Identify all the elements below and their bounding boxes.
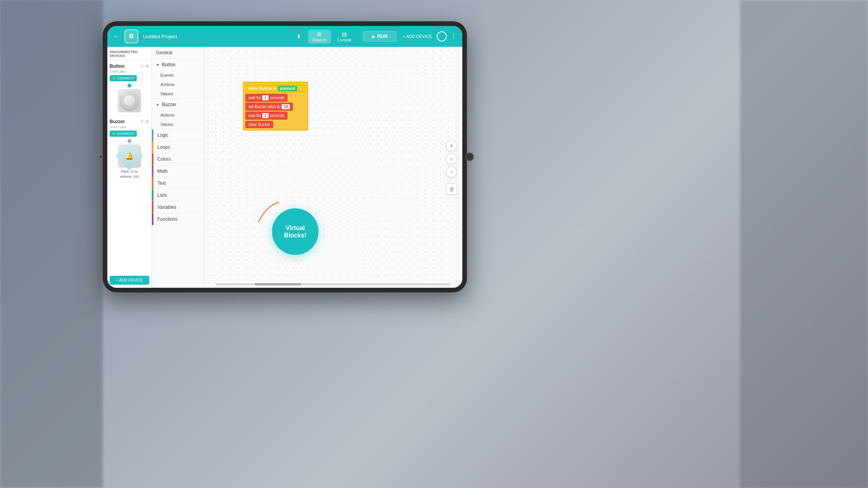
device-gear-buzzer[interactable]: ⚙ xyxy=(145,119,149,124)
tab-console[interactable]: ▤ Console xyxy=(332,29,356,44)
block-functions[interactable]: Functions xyxy=(152,213,204,225)
buzzer-stats: Pitch: 0 Hz Volume: 100 xyxy=(120,169,139,179)
connect-button-device[interactable]: CONNECT xyxy=(110,75,137,81)
block-buzzer-values[interactable]: Values xyxy=(152,120,204,129)
zoom-in-button[interactable]: + xyxy=(446,140,457,151)
buzzer-diamond-wrapper: 🔔 xyxy=(119,146,140,166)
console-icon: ▤ xyxy=(342,31,347,37)
buzzer-device-image: 🔔 xyxy=(118,144,141,168)
svg-marker-0 xyxy=(276,200,280,204)
button-shape xyxy=(121,92,138,109)
block-button-actions[interactable]: Actions xyxy=(152,80,204,89)
zoom-out-button[interactable]: − xyxy=(446,167,457,177)
set-num[interactable]: 59 xyxy=(282,104,290,109)
back-button[interactable]: ← xyxy=(113,33,120,41)
block-section-button: ▼ Button Events Actions Values xyxy=(152,59,204,99)
zoom-reset-button[interactable]: ○ xyxy=(446,153,457,164)
tablet-home-button xyxy=(465,153,474,161)
pressed-badge: pressed xyxy=(278,86,297,91)
device-status-dot xyxy=(127,84,131,88)
device-icons-button: ✓ ⚙ xyxy=(140,64,149,69)
run-button[interactable]: RUN xyxy=(363,31,396,41)
device-card-button: Button ✓ ⚙ SAM Labs CONNECT xyxy=(107,60,152,116)
block-lists[interactable]: Lists xyxy=(152,189,204,201)
button-device-image xyxy=(118,89,141,112)
devices-panel-header: DISCONNECTED DEVICES xyxy=(107,47,152,60)
canvas-area: when Button is pressed ▼ wait for 2 seco… xyxy=(204,47,462,288)
bg-left xyxy=(0,0,103,488)
block-loops[interactable]: Loops xyxy=(152,141,204,153)
tab-devices[interactable]: ⊞ Devices xyxy=(308,29,331,44)
device-name-button: Button xyxy=(110,64,125,69)
save-icon[interactable]: ⬇ xyxy=(296,33,301,40)
add-device-nav-button[interactable]: + ADD DEVICE xyxy=(403,34,432,39)
device-check-buzzer: ✓ xyxy=(140,119,144,124)
button-device-visual xyxy=(110,84,149,112)
block-section-buzzer: ▼ Buzzer Actions Values xyxy=(152,99,204,129)
block-math[interactable]: Math xyxy=(152,165,204,177)
block-button-values[interactable]: Values xyxy=(152,89,204,98)
when-block-handle: ▼ xyxy=(299,86,303,91)
main-content: DISCONNECTED DEVICES Button ✓ ⚙ SAM Labs… xyxy=(107,47,462,288)
clear-block-row: clear Buzzer xyxy=(245,120,306,128)
navbar: ← B Untitled Project ⬇ ⊞ Devices ▤ Conso… xyxy=(107,26,462,47)
block-variables[interactable]: Variables xyxy=(152,201,204,213)
wait2-block-row: wait for 2 seconds xyxy=(245,112,306,120)
add-device-panel-button[interactable]: + ADD DEVICE xyxy=(110,276,149,285)
buzzer-device-visual: 🔔 Pitch: 0 Hz Volume: 100 xyxy=(110,139,149,179)
buzzer-diamond: 🔔 xyxy=(115,142,144,170)
devices-icon: ⊞ xyxy=(317,31,322,37)
code-blocks-container[interactable]: when Button is pressed ▼ wait for 2 seco… xyxy=(243,82,308,131)
set-block-row: set Buzzer pitch to 59 xyxy=(245,103,306,111)
tablet-screen: ← B Untitled Project ⬇ ⊞ Devices ▤ Conso… xyxy=(107,26,462,288)
more-options-button[interactable]: ⋮ xyxy=(451,33,457,40)
device-icons-buzzer: ✓ ⚙ xyxy=(140,119,149,124)
tablet-frame: ← B Untitled Project ⬇ ⊞ Devices ▤ Conso… xyxy=(103,21,467,292)
set-block[interactable]: set Buzzer pitch to 59 xyxy=(245,103,293,111)
clear-block[interactable]: clear Buzzer xyxy=(245,121,273,128)
buzzer-section-arrow: ▼ xyxy=(156,103,160,107)
nav-tabs: ⊞ Devices ▤ Console xyxy=(308,29,356,44)
wait1-num[interactable]: 2 xyxy=(262,95,269,100)
devices-panel: DISCONNECTED DEVICES Button ✓ ⚙ SAM Labs… xyxy=(107,47,152,288)
button-section-arrow: ▼ xyxy=(156,63,160,67)
block-general[interactable]: General xyxy=(152,47,204,59)
device-sub-buzzer: SAM Labs xyxy=(110,125,149,129)
wait1-block-row: wait for 2 seconds xyxy=(245,94,306,102)
buzzer-icon: 🔔 xyxy=(125,152,134,160)
block-section-button-header[interactable]: ▼ Button xyxy=(152,59,204,70)
when-block-row: when Button is pressed ▼ xyxy=(245,84,306,93)
when-block[interactable]: when Button is pressed ▼ xyxy=(245,84,306,93)
bg-right xyxy=(740,0,868,488)
wait1-block[interactable]: wait for 2 seconds xyxy=(245,94,288,102)
app-logo: B xyxy=(124,29,138,43)
device-gear-button[interactable]: ⚙ xyxy=(145,64,149,69)
device-sub-button: SAM Labs xyxy=(110,70,149,74)
device-name-buzzer: Buzzer xyxy=(110,119,125,124)
button-inner-shape xyxy=(124,95,135,106)
block-section-buzzer-header[interactable]: ▼ Buzzer xyxy=(152,99,204,110)
virtual-blocks-bubble: Virtual Blocks! xyxy=(272,208,319,255)
wait2-block[interactable]: wait for 2 seconds xyxy=(245,112,288,120)
canvas-scrollbar-thumb xyxy=(255,283,301,285)
device-card-buzzer: Buzzer ✓ ⚙ SAM Labs CONNECT xyxy=(107,116,152,182)
connect-buzzer-device[interactable]: CONNECT xyxy=(110,131,137,137)
block-button-events[interactable]: Events xyxy=(152,70,204,80)
blocks-panel: General ▼ Button Events Actions Values ▼… xyxy=(152,47,204,288)
block-text[interactable]: Text xyxy=(152,177,204,189)
wait2-num[interactable]: 2 xyxy=(262,113,269,118)
tablet-side-button xyxy=(100,156,102,158)
code-block-group: when Button is pressed ▼ wait for 2 seco… xyxy=(243,82,308,131)
canvas-scrollbar[interactable] xyxy=(216,283,451,285)
canvas-controls: + ○ − 🗑 xyxy=(446,140,457,194)
device-check-button: ✓ xyxy=(140,64,144,69)
block-buzzer-actions[interactable]: Actions xyxy=(152,110,204,120)
project-title: Untitled Project xyxy=(143,34,292,40)
status-circle xyxy=(437,31,447,41)
trash-button[interactable]: 🗑 xyxy=(446,184,457,194)
block-logic[interactable]: Logic xyxy=(152,129,204,141)
block-colors[interactable]: Colors xyxy=(152,153,204,165)
